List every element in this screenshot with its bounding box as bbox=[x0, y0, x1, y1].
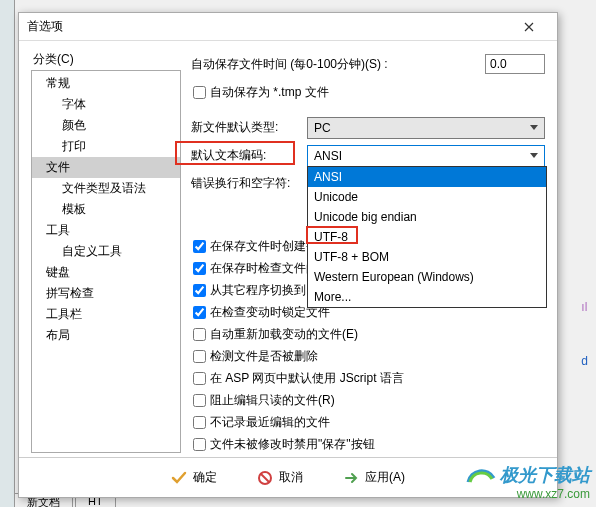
option-checkbox-row: 自动重新加载变动的文件(E) bbox=[191, 326, 545, 343]
preferences-dialog: 首选项 分类(C) 常规字体颜色打印文件文件类型及语法模板工具自定义工具键盘拼写… bbox=[18, 12, 558, 498]
tree-item[interactable]: 键盘 bbox=[32, 262, 180, 283]
apply-button[interactable]: 应用(A) bbox=[335, 465, 413, 490]
tree-item[interactable]: 自定义工具 bbox=[32, 241, 180, 262]
encoding-dropdown: ANSIUnicodeUnicode big endianUTF-8UTF-8 … bbox=[307, 166, 547, 308]
category-label: 分类(C) bbox=[31, 51, 181, 68]
option-checkbox[interactable] bbox=[193, 372, 206, 385]
encoding-option[interactable]: Unicode big endian bbox=[308, 207, 546, 227]
bg-glyph-1: ıl bbox=[581, 300, 588, 314]
dialog-footer: 确定 取消 应用(A) bbox=[19, 457, 557, 497]
encoding-option[interactable]: More... bbox=[308, 287, 546, 307]
option-label: 在 ASP 网页中默认使用 JScript 语言 bbox=[210, 370, 404, 387]
default-type-label: 新文件默认类型: bbox=[191, 119, 301, 136]
option-label: 在保存时检查文件的 bbox=[210, 260, 318, 277]
option-label: 在保存文件时创建备 bbox=[210, 238, 318, 255]
encoding-label: 默认文本编码: bbox=[191, 147, 301, 164]
option-label: 文件未被修改时禁用"保存"按钮 bbox=[210, 436, 375, 453]
bg-glyph-2: d bbox=[581, 354, 588, 368]
close-button[interactable] bbox=[509, 14, 549, 40]
tree-item[interactable]: 字体 bbox=[32, 94, 180, 115]
autosave-tmp-label: 自动保存为 *.tmp 文件 bbox=[210, 84, 329, 101]
option-label: 自动重新加载变动的文件(E) bbox=[210, 326, 358, 343]
tree-item[interactable]: 文件 bbox=[32, 157, 180, 178]
encoding-select[interactable]: ANSI bbox=[307, 145, 545, 167]
tree-item[interactable]: 拼写检查 bbox=[32, 283, 180, 304]
option-checkbox[interactable] bbox=[193, 328, 206, 341]
encoding-option[interactable]: UTF-8 + BOM bbox=[308, 247, 546, 267]
cancel-icon bbox=[257, 470, 273, 486]
encoding-option[interactable]: Western European (Windows) bbox=[308, 267, 546, 287]
tree-item[interactable]: 模板 bbox=[32, 199, 180, 220]
autosave-label: 自动保存文件时间 (每0-100分钟)(S) : bbox=[191, 56, 479, 73]
option-checkbox[interactable] bbox=[193, 394, 206, 407]
highlight-utf8 bbox=[306, 226, 358, 244]
option-label: 从其它程序切换到 E bbox=[210, 282, 317, 299]
titlebar: 首选项 bbox=[19, 13, 557, 41]
chevron-down-icon bbox=[530, 153, 538, 158]
option-checkbox[interactable] bbox=[193, 438, 206, 451]
option-checkbox-row: 在 ASP 网页中默认使用 JScript 语言 bbox=[191, 370, 545, 387]
tree-item[interactable]: 工具 bbox=[32, 220, 180, 241]
option-checkbox[interactable] bbox=[193, 262, 206, 275]
default-type-select[interactable]: PC bbox=[307, 117, 545, 139]
option-checkbox[interactable] bbox=[193, 284, 206, 297]
chevron-down-icon bbox=[530, 125, 538, 130]
option-checkbox[interactable] bbox=[193, 240, 206, 253]
encoding-option[interactable]: ANSI bbox=[308, 167, 546, 187]
option-checkbox[interactable] bbox=[193, 306, 206, 319]
encoding-option[interactable]: UTF-8 bbox=[308, 227, 546, 247]
option-label: 检测文件是否被删除 bbox=[210, 348, 318, 365]
option-checkbox-row: 文件未被修改时禁用"保存"按钮 bbox=[191, 436, 545, 453]
settings-panel: 自动保存文件时间 (每0-100分钟)(S) : 自动保存为 *.tmp 文件 … bbox=[191, 51, 545, 453]
tree-item[interactable]: 布局 bbox=[32, 325, 180, 346]
tree-item[interactable]: 常规 bbox=[32, 73, 180, 94]
encoding-option[interactable]: Unicode bbox=[308, 187, 546, 207]
option-checkbox[interactable] bbox=[193, 350, 206, 363]
option-checkbox-row: 阻止编辑只读的文件(R) bbox=[191, 392, 545, 409]
cancel-button[interactable]: 取消 bbox=[249, 465, 311, 490]
close-icon bbox=[524, 22, 534, 32]
dialog-title: 首选项 bbox=[27, 18, 509, 35]
tree-item[interactable]: 工具栏 bbox=[32, 304, 180, 325]
apply-icon bbox=[343, 470, 359, 486]
check-icon bbox=[171, 470, 187, 486]
tree-item[interactable]: 打印 bbox=[32, 136, 180, 157]
wrap-label: 错误换行和空字符: bbox=[191, 175, 301, 192]
option-checkbox-row: 检测文件是否被删除 bbox=[191, 348, 545, 365]
ok-button[interactable]: 确定 bbox=[163, 465, 225, 490]
tree-item[interactable]: 颜色 bbox=[32, 115, 180, 136]
autosave-input[interactable] bbox=[485, 54, 545, 74]
option-checkbox[interactable] bbox=[193, 416, 206, 429]
option-checkbox-row: 不记录最近编辑的文件 bbox=[191, 414, 545, 431]
tree-item[interactable]: 文件类型及语法 bbox=[32, 178, 180, 199]
option-label: 不记录最近编辑的文件 bbox=[210, 414, 330, 431]
category-tree[interactable]: 常规字体颜色打印文件文件类型及语法模板工具自定义工具键盘拼写检查工具栏布局 bbox=[31, 70, 181, 453]
autosave-tmp-checkbox[interactable] bbox=[193, 86, 206, 99]
option-label: 阻止编辑只读的文件(R) bbox=[210, 392, 335, 409]
